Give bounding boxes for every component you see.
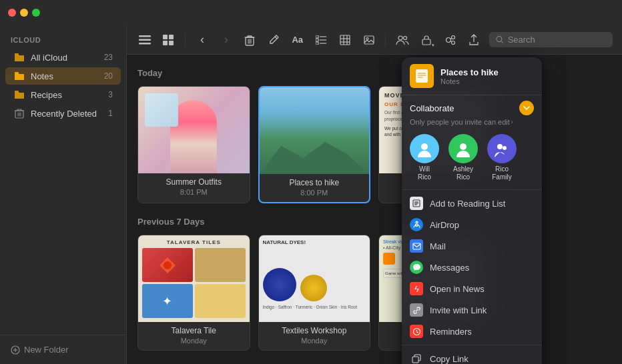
- mail-icon: [410, 239, 423, 253]
- sidebar-item-count-recipes: 3: [102, 90, 113, 99]
- sidebar-item-label-all-icloud: All iCloud: [31, 53, 97, 63]
- menu-label-reminders: Reminders: [430, 327, 472, 337]
- avatar-rico-family[interactable]: RicoFamily: [487, 134, 517, 181]
- popover-title: Places to hike: [440, 67, 499, 77]
- delete-button[interactable]: [242, 31, 259, 49]
- svg-rect-24: [316, 39, 318, 41]
- list-view-button[interactable]: [136, 31, 153, 49]
- compose-button[interactable]: [265, 31, 282, 49]
- sidebar-item-all-icloud[interactable]: All iCloud 23: [5, 49, 121, 66]
- svg-rect-35: [422, 39, 430, 45]
- copy-link-icon: [410, 352, 423, 364]
- note-thumbnail: [138, 87, 250, 173]
- avatar-circle: [410, 134, 439, 163]
- note-info: Summer Outfits 8:01 PM: [138, 173, 250, 201]
- svg-line-61: [416, 331, 418, 333]
- note-card-talavera-tile[interactable]: TALAVERA TILES ✦ Tal: [137, 235, 250, 351]
- menu-item-reading-list[interactable]: Add to Reading List: [402, 193, 542, 214]
- close-button[interactable]: [8, 9, 16, 17]
- share-menu-bottom: Copy Link Edit Extensions...: [402, 345, 542, 364]
- svg-rect-23: [316, 35, 318, 38]
- reminders-icon: [410, 325, 423, 338]
- upload-share-button[interactable]: [465, 31, 483, 49]
- menu-label-mail: Mail: [430, 241, 446, 251]
- svg-point-34: [404, 36, 407, 39]
- svg-rect-57: [413, 243, 420, 249]
- format-button[interactable]: Aa: [289, 31, 306, 49]
- search-input[interactable]: [508, 35, 606, 45]
- note-card-places-to-hike[interactable]: Places to hike 8:00 PM: [258, 86, 371, 203]
- minimize-button[interactable]: [20, 9, 28, 17]
- sidebar-item-recently-deleted[interactable]: Recently Deleted 1: [5, 105, 121, 122]
- svg-rect-62: [412, 357, 418, 363]
- search-bar[interactable]: [489, 32, 613, 47]
- svg-rect-44: [416, 69, 428, 83]
- collab-header: Collaborate: [410, 101, 534, 115]
- collab-permission[interactable]: Only people you invite can edit ›: [410, 118, 534, 126]
- svg-rect-11: [163, 35, 168, 39]
- svg-rect-9: [139, 39, 151, 41]
- avatar-will-rico[interactable]: WillRico: [410, 134, 439, 181]
- avatar-ashley-rico[interactable]: AshleyRico: [448, 134, 478, 181]
- svg-rect-26: [340, 35, 350, 45]
- menu-item-messages[interactable]: Messages: [402, 257, 542, 278]
- collab-chevron-button[interactable]: [519, 101, 534, 115]
- svg-rect-10: [139, 43, 151, 45]
- sidebar-item-label-recipes: Recipes: [31, 90, 97, 100]
- sidebar: iCloud All iCloud 23 Notes 20: [0, 25, 127, 364]
- menu-item-reminders[interactable]: Reminders: [402, 321, 542, 342]
- note-card-summer-outfits[interactable]: Summer Outfits 8:01 PM: [137, 86, 250, 203]
- new-folder-label: New Folder: [24, 345, 68, 355]
- menu-item-open-news[interactable]: Open in News: [402, 278, 542, 299]
- menu-label-messages: Messages: [430, 263, 469, 273]
- toolbar-separator-2: [385, 33, 386, 47]
- note-title-textiles: Textiles Workshop: [264, 326, 365, 335]
- forward-button[interactable]: ›: [218, 31, 235, 49]
- checklist-button[interactable]: [313, 31, 330, 49]
- sidebar-section-label: iCloud: [0, 33, 126, 48]
- new-folder-button[interactable]: New Folder: [8, 342, 118, 357]
- mountain-shape: [260, 134, 370, 174]
- maximize-button[interactable]: [32, 9, 40, 17]
- titlebar: [0, 0, 622, 25]
- invite-link-icon: [410, 303, 423, 317]
- textiles-circles: [263, 248, 366, 301]
- note-date-talavera: Monday: [143, 337, 244, 345]
- popover-title-block: Places to hike Notes: [440, 67, 499, 85]
- svg-rect-8: [139, 35, 151, 37]
- svg-rect-14: [169, 41, 174, 45]
- note-card-textiles-workshop[interactable]: NATURAL DYES! Indigo · Saffron · Turmeri…: [258, 235, 371, 351]
- back-button[interactable]: ‹: [194, 31, 211, 49]
- share-collab-button[interactable]: [442, 31, 459, 49]
- menu-item-airdrop[interactable]: AirDrop: [402, 214, 542, 235]
- share-menu-top: Add to Reading List AirDrop: [402, 190, 542, 345]
- svg-rect-25: [316, 42, 318, 45]
- traffic-lights: [8, 9, 40, 17]
- hike-thumbnail: [260, 87, 370, 174]
- svg-point-33: [398, 36, 402, 40]
- popover-header: Places to hike Notes: [402, 57, 542, 95]
- avatar-name-ashley: AshleyRico: [453, 165, 473, 181]
- table-button[interactable]: [336, 31, 354, 49]
- sidebar-item-recipes[interactable]: Recipes 3: [5, 86, 121, 103]
- folder-icon: [13, 51, 25, 63]
- sidebar-item-label-notes: Notes: [31, 71, 97, 81]
- sidebar-item-notes[interactable]: Notes 20: [5, 67, 121, 85]
- lock-button[interactable]: ▾: [418, 31, 435, 49]
- menu-item-copy-link[interactable]: Copy Link: [402, 348, 542, 364]
- media-button[interactable]: [360, 31, 378, 49]
- toolbar-separator: [185, 33, 186, 47]
- svg-point-51: [503, 146, 507, 150]
- grid-view-button[interactable]: [160, 31, 178, 49]
- svg-rect-31: [364, 36, 374, 44]
- messages-icon: [410, 261, 423, 274]
- note-thumbnail: [260, 87, 370, 174]
- people-button[interactable]: [394, 31, 411, 49]
- svg-point-38: [451, 41, 454, 44]
- talavera-tiles: ✦: [142, 248, 246, 318]
- note-thumbnail: TALAVERA TILES ✦: [138, 235, 250, 322]
- note-title-places-to-hike: Places to hike: [265, 178, 364, 187]
- menu-item-mail[interactable]: Mail: [402, 235, 542, 257]
- svg-point-48: [421, 143, 428, 150]
- menu-item-invite-link[interactable]: Invite with Link: [402, 299, 542, 321]
